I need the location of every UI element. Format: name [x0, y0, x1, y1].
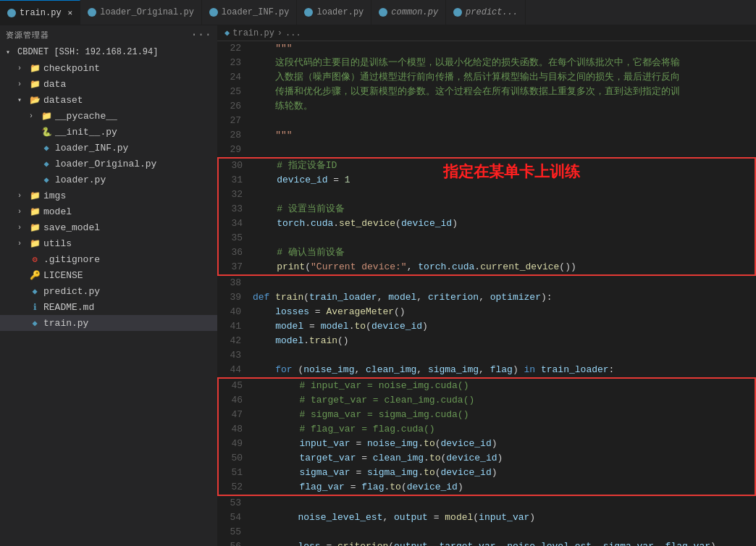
tab-predict[interactable]: predict...: [446, 0, 526, 25]
code-line-24: 24 入数据（噪声图像）通过模型进行前向传播，然后计算模型输出与目标之间的损失，…: [217, 70, 756, 85]
label-model: model: [43, 206, 72, 217]
code-line-49: 49 input_var = noise_img.to(device_id): [219, 437, 755, 451]
tab-loader-original[interactable]: loader_Original.py: [80, 0, 202, 25]
code-line-55: 55: [217, 525, 756, 539]
py-icon-predict: ◆: [29, 285, 41, 297]
editor-area: ◆ train.py › ... 22 """ 23 这段代码的主要目的是训练一…: [217, 25, 756, 546]
code-line-34: 34 torch.cuda.set_device(device_id): [219, 217, 755, 231]
code-line-53: 53: [217, 496, 756, 511]
arrow-icon-data: ›: [17, 80, 29, 88]
root-label: CBDNET [SSH: 192.168.21.94]: [17, 47, 158, 57]
code-line-35: 35: [219, 231, 755, 245]
label-pycache: __pycache__: [55, 111, 117, 122]
sidebar-item-save-model[interactable]: › 📁 save_model: [0, 219, 217, 235]
sidebar-item-init[interactable]: 🐍 __init__.py: [0, 124, 217, 140]
code-line-26: 26 练轮数。: [217, 99, 756, 114]
label-predict: predict.py: [43, 286, 100, 297]
label-readme: README.md: [43, 302, 94, 313]
tab-label-predict: predict...: [466, 7, 518, 17]
tab-train-py[interactable]: train.py ✕: [0, 0, 80, 25]
sidebar-item-readme[interactable]: ℹ README.md: [0, 299, 217, 315]
py-icon-loader-orig: ◆: [41, 158, 52, 169]
label-checkpoint: checkpoint: [43, 63, 100, 74]
code-line-42: 42 model.train(): [217, 334, 756, 348]
code-line-29: 29: [217, 143, 756, 157]
tab-close-train[interactable]: ✕: [68, 8, 73, 17]
py-icon-loader-inf: ◆: [41, 142, 52, 154]
code-line-54: 54 noise_level_est, output = model(input…: [217, 511, 756, 525]
code-line-51: 51 sigma_var = sigma_img.to(device_id): [219, 466, 755, 480]
label-utils: utils: [43, 238, 72, 249]
code-line-41: 41 model = model.to(device_id): [217, 319, 756, 334]
sidebar-item-data[interactable]: › 📁 data: [0, 76, 217, 92]
tab-loader[interactable]: loader.py: [297, 0, 371, 25]
folder-icon-imgs: 📁: [29, 190, 41, 201]
highlight-block-1: 指定在某单卡上训练 30 # 指定设备ID 31 device_id = 1 3…: [217, 157, 756, 276]
sidebar-item-utils[interactable]: › 📁 utils: [0, 235, 217, 251]
breadcrumb-separator: ›: [277, 28, 282, 38]
folder-icon-utils: 📁: [29, 238, 41, 249]
sidebar-item-pycache[interactable]: › 📁 __pycache__: [0, 108, 217, 124]
py-icon-init: 🐍: [41, 126, 52, 138]
arrow-icon-save-model: ›: [17, 224, 29, 232]
sidebar-item-dataset[interactable]: ▾ 📂 dataset: [0, 92, 217, 108]
tab-label-loader-orig: loader_Original.py: [100, 7, 194, 17]
sidebar-item-root[interactable]: ▾ CBDNET [SSH: 192.168.21.94]: [0, 44, 217, 60]
code-line-38: 38: [217, 276, 756, 290]
sidebar-topbar: 资源管理器 ···: [0, 25, 217, 44]
label-data: data: [43, 79, 66, 90]
sidebar-item-checkpoint[interactable]: › 📁 checkpoint: [0, 60, 217, 76]
label-loader-inf: loader_INF.py: [55, 143, 128, 154]
tab-label-loader-inf: loader_INF.py: [222, 7, 290, 17]
sidebar-item-license[interactable]: 🔑 LICENSE: [0, 267, 217, 283]
code-line-37: 37 print("Current device:", torch.cuda.c…: [219, 260, 755, 274]
label-loader-orig: loader_Original.py: [55, 159, 156, 169]
code-line-45: 45 # input_var = noise_img.cuda(): [219, 379, 755, 393]
code-line-40: 40 losses = AverageMeter(): [217, 305, 756, 319]
label-license: LICENSE: [43, 270, 83, 281]
code-editor[interactable]: 22 """ 23 这段代码的主要目的是训练一个模型，以最小化给定的损失函数。在…: [217, 41, 756, 546]
sidebar-item-loader[interactable]: ◆ loader.py: [0, 172, 217, 188]
folder-icon-pycache: 📁: [41, 110, 52, 122]
tab-bar: train.py ✕ loader_Original.py loader_INF…: [0, 0, 756, 25]
license-icon: 🔑: [29, 269, 41, 281]
label-imgs: imgs: [43, 190, 66, 201]
arrow-icon-model: ›: [17, 208, 29, 216]
arrow-icon-dataset: ▾: [17, 96, 29, 104]
label-save-model: save_model: [43, 222, 100, 233]
md-icon: ℹ: [29, 301, 41, 313]
label-init: __init__.py: [55, 127, 117, 138]
label-train: train.py: [43, 318, 88, 329]
tab-label-loader: loader.py: [316, 7, 364, 17]
arrow-icon-imgs: ›: [17, 192, 29, 200]
sidebar-item-loader-original[interactable]: ◆ loader_Original.py: [0, 156, 217, 172]
code-line-39: 39 def train(train_loader, model, criter…: [217, 290, 756, 305]
label-loader: loader.py: [55, 175, 106, 185]
breadcrumb-file-icon: ◆: [224, 28, 230, 38]
code-line-32: 32: [219, 188, 755, 202]
arrow-icon-utils: ›: [17, 240, 29, 248]
py-icon-train: ◆: [29, 317, 41, 329]
sidebar-item-loader-inf[interactable]: ◆ loader_INF.py: [0, 140, 217, 156]
tab-common[interactable]: common.py: [371, 0, 446, 25]
tab-icon-loader: [304, 8, 313, 17]
code-line-23: 23 这段代码的主要目的是训练一个模型，以最小化给定的损失函数。在每个训练批次中…: [217, 56, 756, 70]
sidebar-content: ▾ CBDNET [SSH: 192.168.21.94] › 📁 checkp…: [0, 44, 217, 546]
tab-loader-inf[interactable]: loader_INF.py: [202, 0, 298, 25]
tab-icon-common: [379, 8, 387, 17]
code-line-43: 43: [217, 348, 756, 363]
code-line-28: 28 """: [217, 128, 756, 143]
sidebar: 资源管理器 ··· ▾ CBDNET [SSH: 192.168.21.94] …: [0, 25, 217, 546]
sidebar-item-model[interactable]: › 📁 model: [0, 203, 217, 219]
sidebar-item-imgs[interactable]: › 📁 imgs: [0, 188, 217, 203]
code-line-33: 33 # 设置当前设备: [219, 202, 755, 217]
label-dataset: dataset: [43, 95, 83, 106]
folder-icon-save-model: 📁: [29, 222, 41, 233]
sidebar-item-train[interactable]: ◆ train.py: [0, 315, 217, 331]
folder-icon-dataset: 📂: [29, 94, 41, 106]
highlight-block-2: 45 # input_var = noise_img.cuda() 46 # t…: [217, 377, 756, 496]
sidebar-more-button[interactable]: ···: [190, 28, 211, 41]
arrow-icon-pycache: ›: [29, 112, 41, 120]
sidebar-item-predict[interactable]: ◆ predict.py: [0, 283, 217, 299]
sidebar-item-gitignore[interactable]: ⚙ .gitignore: [0, 251, 217, 267]
